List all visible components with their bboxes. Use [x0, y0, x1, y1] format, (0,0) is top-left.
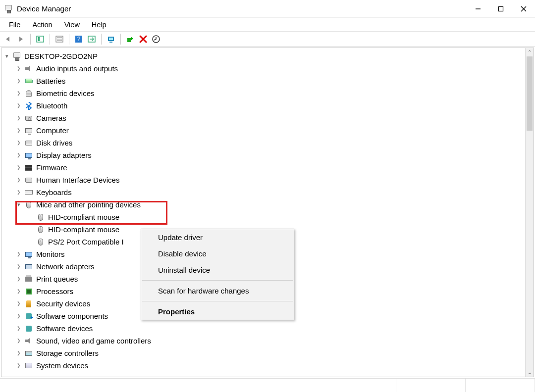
- softc-icon: [24, 312, 33, 321]
- chevron-right-icon[interactable]: ❯: [15, 297, 22, 310]
- scroll-up-button[interactable]: ⌃: [526, 48, 534, 56]
- maximize-button[interactable]: [489, 0, 512, 18]
- bt-icon: [24, 101, 33, 110]
- scroll-down-button[interactable]: ⌄: [526, 368, 534, 377]
- vertical-scrollbar[interactable]: ⌃ ⌄: [525, 48, 534, 377]
- category-item[interactable]: ❯Sound, video and game controllers: [3, 335, 530, 347]
- menu-properties[interactable]: Properties: [141, 303, 294, 320]
- category-item[interactable]: ❯System devices: [3, 359, 530, 372]
- chevron-down-icon[interactable]: ▾: [3, 50, 10, 62]
- sound-icon: [24, 337, 33, 345]
- printer-icon: [24, 275, 33, 284]
- category-item[interactable]: ❯Computer: [3, 124, 530, 137]
- chevron-right-icon[interactable]: ❯: [15, 186, 22, 198]
- toolbar-separator: [101, 34, 102, 45]
- category-label: Computer: [36, 124, 69, 137]
- chevron-right-icon[interactable]: ❯: [15, 75, 22, 87]
- status-bar: [0, 378, 535, 392]
- category-item[interactable]: ❯Batteries: [3, 75, 530, 87]
- chevron-right-icon[interactable]: ❯: [15, 124, 22, 137]
- back-button[interactable]: [2, 33, 14, 45]
- help-button[interactable]: ?: [73, 33, 85, 45]
- menu-action[interactable]: Action: [26, 20, 58, 30]
- chevron-right-icon[interactable]: ❯: [15, 285, 22, 297]
- menu-disable-device[interactable]: Disable device: [141, 245, 294, 262]
- scroll-thumb[interactable]: [527, 56, 533, 131]
- chevron-right-icon[interactable]: ❯: [15, 161, 22, 174]
- category-item[interactable]: ❯Disk drives: [3, 137, 530, 149]
- menu-file[interactable]: File: [3, 20, 26, 30]
- show-hidden-button[interactable]: [34, 33, 46, 45]
- finger-icon: [24, 89, 33, 98]
- chevron-down-icon[interactable]: ▾: [15, 198, 22, 211]
- storage-icon: [24, 349, 33, 358]
- chevron-right-icon[interactable]: ❯: [15, 62, 22, 75]
- menu-separator: [142, 301, 293, 301]
- category-item[interactable]: ❯Audio inputs and outputs: [3, 62, 530, 75]
- svg-text:?: ?: [77, 36, 81, 43]
- menu-scan-hardware[interactable]: Scan for hardware changes: [141, 283, 294, 299]
- category-item[interactable]: ❯Human Interface Devices: [3, 174, 530, 186]
- chevron-right-icon[interactable]: ❯: [15, 99, 22, 112]
- menu-update-driver[interactable]: Update driver: [141, 229, 294, 245]
- category-item[interactable]: ❯Keyboards: [3, 186, 530, 198]
- chevron-right-icon[interactable]: ❯: [15, 273, 22, 285]
- chevron-right-icon[interactable]: ❯: [15, 248, 22, 260]
- tree-root[interactable]: ▾ DESKTOP-2GDO2NP: [3, 50, 530, 62]
- svg-rect-15: [109, 42, 112, 43]
- category-item[interactable]: ❯Storage controllers: [3, 347, 530, 359]
- device-tree[interactable]: ▾ DESKTOP-2GDO2NP ❯Audio inputs and outp…: [1, 48, 534, 377]
- chevron-right-icon[interactable]: ❯: [15, 149, 22, 161]
- category-label: Sound, video and game controllers: [36, 335, 151, 347]
- close-button[interactable]: [512, 0, 535, 18]
- category-label: Mice and other pointing devices: [36, 198, 141, 211]
- root-label: DESKTOP-2GDO2NP: [24, 50, 98, 62]
- category-label: System devices: [36, 359, 88, 372]
- chevron-right-icon[interactable]: ❯: [15, 137, 22, 149]
- menu-help[interactable]: Help: [86, 20, 112, 30]
- category-label: Monitors: [36, 248, 65, 260]
- chevron-right-icon[interactable]: ❯: [15, 310, 22, 322]
- chevron-right-icon[interactable]: ❯: [15, 260, 22, 273]
- monitor-icon: [24, 250, 33, 259]
- title-bar: Device Manager: [0, 0, 535, 18]
- category-label: Display adapters: [36, 149, 92, 161]
- category-mice[interactable]: ▾ Mice and other pointing devices: [3, 198, 530, 211]
- minimize-button[interactable]: [467, 0, 489, 18]
- uninstall-button[interactable]: [137, 33, 149, 45]
- category-label: Audio inputs and outputs: [36, 62, 118, 75]
- update-driver-button[interactable]: [105, 33, 117, 45]
- scan-button[interactable]: [86, 33, 98, 45]
- category-item[interactable]: ❯Firmware: [3, 161, 530, 174]
- computer-icon: [12, 52, 21, 61]
- svg-rect-5: [38, 37, 40, 41]
- category-item[interactable]: ❯Cameras: [3, 112, 530, 124]
- chevron-right-icon[interactable]: ❯: [15, 112, 22, 124]
- properties-button[interactable]: [54, 33, 65, 45]
- chevron-right-icon[interactable]: ❯: [15, 359, 22, 372]
- sec-icon: [24, 299, 33, 308]
- category-label: Security devices: [36, 297, 90, 310]
- chevron-right-icon[interactable]: ❯: [15, 322, 22, 335]
- chevron-right-icon[interactable]: ❯: [15, 347, 22, 359]
- disable-button[interactable]: [150, 33, 162, 45]
- menu-uninstall-device[interactable]: Uninstall device: [141, 262, 294, 278]
- device-label: HID-compliant mouse: [48, 223, 119, 236]
- category-item[interactable]: ❯Display adapters: [3, 149, 530, 161]
- chevron-right-icon[interactable]: ❯: [15, 87, 22, 99]
- category-label: Cameras: [36, 112, 66, 124]
- chevron-right-icon[interactable]: ❯: [15, 174, 22, 186]
- forward-button[interactable]: [15, 33, 27, 45]
- category-item[interactable]: ❯Software devices: [3, 322, 530, 335]
- category-label: Processors: [36, 285, 73, 297]
- enable-button[interactable]: [124, 33, 136, 45]
- device-item[interactable]: HID-compliant mouse: [3, 211, 530, 223]
- toolbar-separator: [69, 34, 69, 45]
- chevron-right-icon[interactable]: ❯: [15, 335, 22, 347]
- device-manager-icon: [4, 4, 13, 13]
- category-item[interactable]: ❯Biometric devices: [3, 87, 530, 99]
- device-label: PS/2 Port Compatible I: [48, 236, 124, 248]
- category-item[interactable]: ❯Bluetooth: [3, 99, 530, 112]
- menu-view[interactable]: View: [58, 20, 86, 30]
- cpu-icon: [24, 287, 33, 296]
